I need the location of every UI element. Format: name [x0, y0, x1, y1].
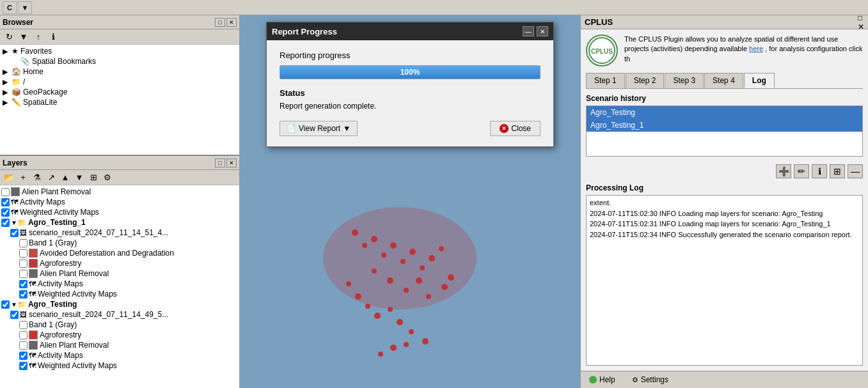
browser-item-geopackage[interactable]: ▶📦GeoPackage: [0, 87, 239, 97]
scenario-edit-btn[interactable]: ✏: [794, 164, 809, 178]
settings-icon: ⚙: [632, 376, 638, 384]
layers-collapse-btn[interactable]: □: [215, 159, 225, 167]
scenario-list[interactable]: Agro_Testing Agro_Testing_1: [586, 105, 863, 157]
app-menu-button[interactable]: C: [3, 1, 17, 14]
layer-check-band1-0[interactable]: [19, 321, 28, 329]
help-button[interactable]: Help: [581, 373, 624, 387]
layer-avoided-deforestation[interactable]: Avoided Deforestation and Degradation: [0, 248, 239, 258]
refresh-icon[interactable]: ↻: [3, 31, 15, 43]
svg-point-20: [352, 229, 358, 236]
scenario-copy-btn[interactable]: ⊞: [830, 164, 845, 178]
layer-alien-plant-removal-0[interactable]: Alien Plant Removal: [0, 340, 239, 350]
scenario-delete-btn[interactable]: —: [848, 164, 863, 178]
browser-item-root[interactable]: ▶📁/: [0, 77, 239, 87]
layer-properties-icon[interactable]: ⚙: [101, 172, 114, 183]
settings-button[interactable]: ⚙ Settings: [624, 373, 677, 387]
filter-icon[interactable]: ▼: [17, 31, 30, 43]
view-report-button[interactable]: 📄 View Report ▼: [280, 121, 358, 136]
browser-item-favorites[interactable]: ▶★Favorites: [0, 46, 239, 56]
layer-check-activity-0[interactable]: [19, 352, 28, 360]
filter-layer-icon[interactable]: ⚗: [31, 172, 43, 183]
layers-close-btn[interactable]: ✕: [226, 159, 237, 167]
browser-item-spatialite[interactable]: ▶✏️SpatiaLite: [0, 97, 239, 107]
scenario-info-btn[interactable]: ℹ: [812, 164, 827, 178]
browser-item-home[interactable]: ▶🏠Home: [0, 66, 239, 77]
report-progress-dialog[interactable]: Report Progress — ✕ Reporting progress 1…: [266, 22, 554, 147]
layer-check-alien-top[interactable]: [1, 188, 10, 196]
scenario-item-agro-testing-1[interactable]: Agro_Testing_1: [587, 119, 862, 132]
layer-agroforestry-0[interactable]: Agroforestry: [0, 330, 239, 340]
layer-activity-maps-top[interactable]: 🗺 Activity Maps: [0, 197, 239, 207]
svg-point-25: [400, 259, 406, 264]
layer-label-weighted-0: Weighted Activity Maps: [38, 361, 117, 370]
layer-check-avoided[interactable]: [19, 249, 28, 258]
layer-check-scenario-0[interactable]: [10, 311, 19, 319]
layer-agroforestry-1[interactable]: Agroforestry: [0, 258, 239, 268]
browser-close-btn[interactable]: ✕: [226, 18, 237, 27]
properties-icon[interactable]: ℹ: [47, 31, 59, 43]
tab-step4[interactable]: Step 4: [704, 73, 743, 88]
layer-check-weighted-top[interactable]: [1, 208, 10, 217]
group-icon[interactable]: ⊞: [87, 172, 100, 183]
svg-point-30: [448, 274, 454, 281]
layer-check-alien-1[interactable]: [19, 270, 28, 278]
layer-color-alien-top: [11, 187, 20, 196]
layer-label-agro: Agro_Testing: [28, 300, 77, 309]
layer-check-agro[interactable]: [1, 300, 10, 309]
browser-item-spatial-bookmarks[interactable]: 📎Spatial Bookmarks: [0, 56, 239, 66]
layer-check-agro-forestry-0[interactable]: [19, 331, 28, 339]
scenario-history-label: Scenario history: [586, 94, 863, 103]
map-area[interactable]: Report Progress — ✕ Reporting progress 1…: [240, 15, 580, 388]
layer-check-scenario-1[interactable]: [10, 229, 19, 237]
select-layer-icon[interactable]: ↗: [45, 172, 58, 183]
layer-check-band1-1[interactable]: [19, 239, 28, 247]
dialog-minimize-btn[interactable]: —: [523, 26, 534, 36]
scenario-item-agro-testing[interactable]: Agro_Testing: [587, 106, 862, 119]
layer-label-agroforestry-0: Agroforestry: [40, 330, 81, 339]
layer-scenario-result-1[interactable]: 🖼 scenario_result_2024_07_11_14_51_4...: [0, 228, 239, 238]
layer-weighted-activity-top[interactable]: 🗺 Weighted Activity Maps: [0, 207, 239, 217]
layer-agro-testing-1-group[interactable]: ▼ 📁 Agro_Testing_1: [0, 217, 239, 228]
browser-collapse-btn[interactable]: □: [215, 18, 225, 27]
layer-check-weighted-0[interactable]: [19, 362, 28, 370]
layer-alien-plant-removal-1[interactable]: Alien Plant Removal: [0, 268, 239, 279]
layer-check-agro-forestry-1[interactable]: [19, 260, 28, 268]
close-x-icon: ✕: [500, 124, 509, 133]
layer-scenario-result-0[interactable]: 🖼 scenario_result_2024_07_11_14_49_5...: [0, 309, 239, 320]
layer-activity-maps-0[interactable]: 🗺 Activity Maps: [0, 350, 239, 361]
layer-check-agro-1[interactable]: [1, 219, 10, 227]
layer-weighted-1[interactable]: 🗺 Weighted Activity Maps: [0, 289, 239, 299]
cplus-description-link[interactable]: here: [749, 45, 763, 52]
layer-weighted-0[interactable]: 🗺 Weighted Activity Maps: [0, 361, 239, 371]
browser-title: Browser: [3, 18, 33, 27]
scenario-add-btn[interactable]: ➕: [776, 164, 791, 178]
layer-activity-maps-1[interactable]: 🗺 Activity Maps: [0, 279, 239, 289]
move-down-icon[interactable]: ▼: [73, 172, 86, 183]
layer-check-activity-1[interactable]: [19, 280, 28, 288]
tab-step3[interactable]: Step 3: [665, 73, 704, 88]
dropdown-btn[interactable]: ▼: [18, 1, 32, 14]
tab-step2[interactable]: Step 2: [626, 73, 665, 88]
view-report-label: View Report: [299, 124, 340, 133]
log-content[interactable]: extent. 2024-07-11T15:02:30 INFO Loading…: [586, 195, 863, 366]
layer-band1-gray-1[interactable]: Band 1 (Gray): [0, 238, 239, 248]
cplus-header: CPLUS The CPLUS Plugin allows you to ana…: [586, 35, 863, 66]
layer-label-agroforestry-1: Agroforestry: [40, 259, 81, 268]
layer-check-alien-0[interactable]: [19, 341, 28, 350]
svg-point-19: [323, 207, 477, 309]
cplus-collapse-btn[interactable]: □: [858, 15, 864, 22]
layer-check-activity-top[interactable]: [1, 198, 10, 206]
open-layer-icon[interactable]: 📂: [3, 172, 15, 183]
layer-band1-gray-0[interactable]: Band 1 (Gray): [0, 320, 239, 330]
tab-step1[interactable]: Step 1: [586, 73, 625, 88]
svg-point-40: [374, 313, 381, 319]
layer-check-weighted-1[interactable]: [19, 290, 28, 299]
collapse-all-icon[interactable]: ↑: [32, 31, 45, 43]
close-button[interactable]: ✕ Close: [490, 121, 541, 136]
tab-log[interactable]: Log: [744, 73, 775, 88]
dialog-close-btn[interactable]: ✕: [537, 26, 548, 36]
move-up-icon[interactable]: ▲: [59, 172, 72, 183]
add-layer-icon[interactable]: +: [17, 172, 29, 183]
layer-alien-plant-removal-top[interactable]: Alien Plant Removal: [0, 187, 239, 197]
layer-agro-testing-group[interactable]: ▼ 📁 Agro_Testing: [0, 299, 239, 309]
